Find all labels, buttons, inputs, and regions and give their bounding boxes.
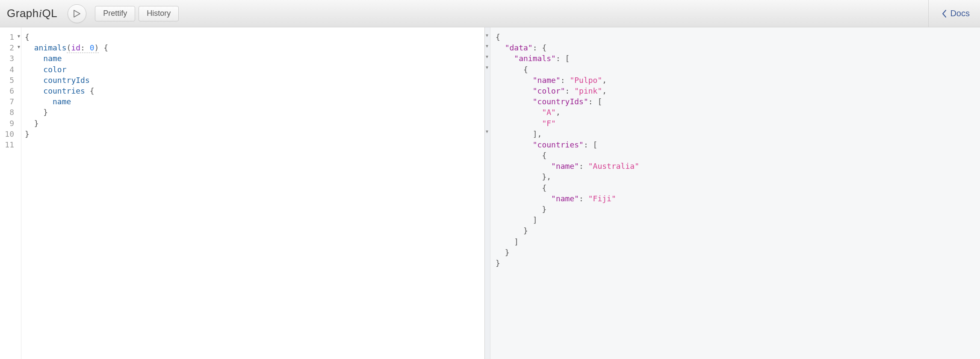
play-icon xyxy=(74,10,80,18)
line-number: 9 xyxy=(9,119,14,128)
query-editor[interactable]: { animals(id: 0) { name color countryIds… xyxy=(21,27,484,359)
execute-button[interactable] xyxy=(68,4,86,23)
line-number: 6 xyxy=(9,86,14,95)
json-string: "Pulpo" xyxy=(570,76,602,85)
toolbar-buttons: Prettify History xyxy=(95,6,179,21)
history-button[interactable]: History xyxy=(139,6,179,21)
line-number: 8 xyxy=(9,108,14,117)
logo-text-post: QL xyxy=(42,7,58,20)
query-field: name xyxy=(43,54,62,63)
query-field: countries xyxy=(43,86,85,95)
docs-button[interactable]: Docs xyxy=(942,9,973,18)
query-field: color xyxy=(43,65,66,74)
line-number: 5 xyxy=(9,76,14,85)
line-number: 10 xyxy=(5,129,14,138)
json-string: "A" xyxy=(542,108,556,117)
json-key: "animals" xyxy=(514,54,556,63)
json-string: "Australia" xyxy=(588,162,639,171)
app-logo: GraphiQL xyxy=(7,7,57,20)
query-field: animals xyxy=(34,43,67,52)
editor-area: 1▼ 2▼ 3 4 5 6 7 8 9 10 11 { animals(id: … xyxy=(0,27,980,359)
divider xyxy=(928,0,929,27)
fold-icon[interactable]: ▼ xyxy=(486,43,488,49)
line-number: 3 xyxy=(9,54,14,63)
toolbar: GraphiQL Prettify History Docs xyxy=(0,0,980,27)
json-key: "name" xyxy=(551,194,579,203)
prettify-label: Prettify xyxy=(103,9,127,18)
chevron-left-icon xyxy=(942,9,948,18)
json-key: "data" xyxy=(505,43,533,52)
prettify-button[interactable]: Prettify xyxy=(95,6,135,21)
json-key: "name" xyxy=(533,76,561,85)
splitter[interactable]: ▼ ▼ ▼ ▼ ▼ ▼ ▼ ▼ ▼ ▼ xyxy=(484,27,490,359)
line-number: 1 xyxy=(9,32,14,41)
line-number: 7 xyxy=(9,97,14,106)
fold-icon[interactable]: ▼ xyxy=(18,33,20,39)
fold-icon[interactable]: ▼ xyxy=(486,65,488,71)
docs-label: Docs xyxy=(950,9,970,18)
line-number: 2 xyxy=(9,43,14,52)
query-field: countryIds xyxy=(43,76,89,85)
query-field: name xyxy=(53,97,71,106)
json-string: "F" xyxy=(542,119,556,128)
line-number: 11 xyxy=(5,140,14,149)
fold-icon[interactable]: ▼ xyxy=(18,44,20,50)
history-label: History xyxy=(147,9,171,18)
query-arg-value: 0 xyxy=(90,43,94,52)
json-string: "pink" xyxy=(574,86,602,95)
result-fold-column: ▼ ▼ ▼ ▼ ▼ ▼ ▼ ▼ ▼ ▼ xyxy=(486,32,488,135)
json-key: "name" xyxy=(551,162,579,171)
line-number: 4 xyxy=(9,65,14,74)
logo-text-i: i xyxy=(39,7,42,20)
json-string: "Fiji" xyxy=(588,194,616,203)
line-gutter: 1▼ 2▼ 3 4 5 6 7 8 9 10 11 xyxy=(0,27,21,359)
json-key: "countries" xyxy=(533,140,584,149)
json-key: "color" xyxy=(533,86,565,95)
json-key: "countryIds" xyxy=(533,97,588,106)
result-viewer[interactable]: { "data": { "animals": [ { "name": "Pulp… xyxy=(490,27,980,359)
fold-icon[interactable]: ▼ xyxy=(486,32,488,38)
fold-icon[interactable]: ▼ xyxy=(486,129,488,135)
logo-text-pre: Graph xyxy=(7,7,39,20)
query-pane: 1▼ 2▼ 3 4 5 6 7 8 9 10 11 { animals(id: … xyxy=(0,27,484,359)
query-arg-name: id xyxy=(71,43,80,52)
fold-icon[interactable]: ▼ xyxy=(486,54,488,60)
